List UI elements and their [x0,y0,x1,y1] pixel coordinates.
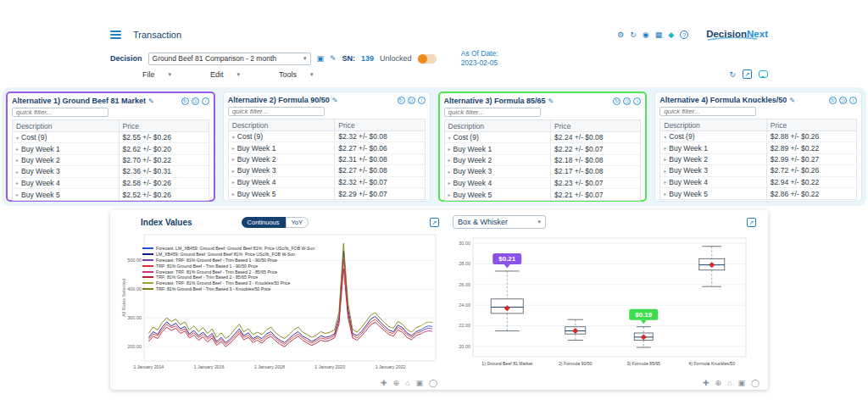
chart-legend[interactable]: Forecast: LM_XB459: Ground Beef: Ground … [142,246,314,291]
column-description[interactable]: Description [445,120,551,131]
menu-edit[interactable]: Edit▾ [210,70,240,79]
info-icon[interactable]: i [849,97,857,104]
table-row[interactable]: ▸Buy Week 4$2.23 +/- $0.07 [445,178,641,189]
chevron-right-icon[interactable]: ▸ [448,180,451,186]
edit-icon[interactable]: ✎ [148,97,154,105]
legend-entry[interactable]: TRF: 81% Ground Beef - Trim Based 3 - Kn… [142,286,314,292]
toggle-continuous[interactable]: Continuous [242,217,286,228]
refresh-icon[interactable]: ↻ [398,97,405,104]
edit-icon[interactable]: ✎ [789,97,795,104]
chevron-right-icon[interactable]: ▸ [16,180,19,186]
chevron-right-icon[interactable]: ▸ [232,156,235,162]
table-row[interactable]: ▾Cost (9)$2.32 +/- $0.08 [229,131,425,142]
chevron-right-icon[interactable]: ▸ [448,169,451,175]
chevron-right-icon[interactable]: ▸ [16,191,19,197]
legend-entry[interactable]: Forecast: TRF: 81% Ground Beef - Trim Ba… [142,269,314,275]
table-row[interactable]: ▸Buy Week 1$2.27 +/- $0.06 [229,142,425,153]
legend-entry[interactable]: Forecast: TRF: 81% Ground Beef - Trim Ba… [142,258,314,264]
column-price[interactable]: Price [119,120,209,131]
chevron-right-icon[interactable]: ▸ [16,157,19,163]
column-description[interactable]: Description [660,119,766,130]
edit-decision-icon[interactable]: ✎ [330,54,337,63]
chevron-down-icon[interactable]: ▾ [16,135,19,141]
legend-entry[interactable]: TRF: 81% Ground Beef - Trim Based 2 - 85… [142,275,314,280]
pan-icon[interactable]: ✚ [703,379,709,387]
table-row[interactable]: ▸Buy Week 3$2.36 +/- $0.31 [13,166,209,177]
chevron-right-icon[interactable]: ▸ [664,179,666,185]
clock-icon[interactable]: ◷ [623,97,631,105]
clock-icon[interactable]: ◷ [192,97,199,105]
table-row[interactable]: ▸Buy Week 3$2.72 +/- $0.26 [660,165,856,176]
info-icon[interactable]: i [633,97,641,105]
edit-icon[interactable]: ✎ [548,97,554,105]
table-row[interactable]: ▸Buy Week 5$2.86 +/- $0.22 [660,188,856,199]
quick-filter-input[interactable] [12,108,108,117]
menu-file[interactable]: File▾ [142,70,171,79]
table-row[interactable]: ▾Cost (9)$2.24 +/- $0.08 [445,132,641,143]
table-row[interactable]: ▸Buy Week 4$2.32 +/- $0.07 [229,177,425,188]
edit-icon[interactable]: ✎ [332,97,338,104]
quick-filter-input[interactable] [659,107,756,116]
table-row[interactable]: ▸Buy Week 1$2.89 +/- $0.22 [660,142,856,153]
legend-entry[interactable]: LM_XB459: Ground Beef: Ground Beef 81%: … [142,252,314,258]
chevron-right-icon[interactable]: ▸ [448,146,451,152]
quick-filter-input[interactable] [444,108,541,117]
refresh-icon[interactable]: ↻ [181,97,189,105]
home-icon[interactable]: ⌂ [405,379,409,387]
chevron-right-icon[interactable]: ▸ [664,156,666,162]
table-row[interactable]: ▸Buy Week 2$2.99 +/- $0.27 [660,154,856,165]
zoom-icon[interactable]: ⊕ [392,379,399,387]
clock-icon[interactable]: ◷ [839,97,847,104]
export-icon[interactable]: ↗ [743,69,752,79]
info-icon[interactable]: i [202,97,209,105]
chevron-down-icon[interactable]: ▾ [448,135,451,141]
home-icon[interactable]: ⌂ [727,379,732,387]
chevron-right-icon[interactable]: ▸ [16,146,19,152]
table-row[interactable]: ▸Buy Week 5$2.21 +/- $0.07 [445,189,641,200]
sync-icon[interactable]: ↻ [729,70,736,79]
reset-icon[interactable]: ◯ [751,379,760,387]
pan-icon[interactable]: ✚ [381,379,387,387]
table-row[interactable]: ▸Buy Week 1$2.62 +/- $0.20 [13,143,209,154]
refresh-icon[interactable]: ↻ [829,97,837,104]
help-icon[interactable]: ? [680,31,688,39]
chevron-right-icon[interactable]: ▸ [232,168,235,174]
chevron-right-icon[interactable]: ▸ [16,169,19,175]
chevron-right-icon[interactable]: ▸ [664,145,666,151]
column-price[interactable]: Price [550,120,640,131]
zoom-icon[interactable]: ⊕ [715,379,721,387]
chevron-down-icon[interactable]: ▾ [232,134,235,140]
chart-type-select[interactable]: Box & Whisker ▾ [453,215,546,229]
hamburger-menu-icon[interactable] [110,31,121,39]
chevron-down-icon[interactable]: ▾ [664,134,666,140]
table-row[interactable]: ▸Buy Week 4$2.94 +/- $0.22 [660,177,856,188]
lock-toggle[interactable] [418,54,437,64]
quick-filter-input[interactable] [228,107,325,116]
export-icon[interactable]: ↗ [430,218,439,227]
table-row[interactable]: ▸Buy Week 2$2.31 +/- $0.08 [229,154,425,165]
gear-icon[interactable]: ⚙ [617,31,624,39]
table-row[interactable]: ▸Buy Week 5$2.29 +/- $0.07 [229,188,425,199]
menu-tools[interactable]: Tools▾ [279,70,314,79]
export-icon[interactable]: ↗ [747,218,756,227]
reset-icon[interactable]: ◯ [429,379,437,387]
table-row[interactable]: ▸Buy Week 1$2.22 +/- $0.07 [445,143,641,154]
box-whisker-chart[interactable]: 20.0022.0024.0026.0028.0030.001) Ground … [448,230,754,382]
chevron-right-icon[interactable]: ▸ [448,191,451,197]
column-description[interactable]: Description [13,120,119,131]
eye-icon[interactable]: ◉ [643,31,649,39]
chevron-right-icon[interactable]: ▸ [448,157,451,163]
save-icon[interactable]: ▣ [737,379,745,387]
table-row[interactable]: ▸Buy Week 2$2.70 +/- $0.22 [13,155,209,166]
chevron-right-icon[interactable]: ▸ [664,191,666,197]
refresh-icon[interactable]: ↻ [630,31,637,39]
column-price[interactable]: Price [766,119,856,130]
chevron-right-icon[interactable]: ▸ [232,145,235,151]
table-row[interactable]: ▸Buy Week 4$2.58 +/- $0.26 [13,178,209,189]
table-row[interactable]: ▾Cost (9)$2.55 +/- $0.26 [13,132,209,143]
chevron-right-icon[interactable]: ▸ [232,191,235,197]
bookmark-icon[interactable]: ▣ [317,54,325,63]
toggle-yoy[interactable]: YoY [286,217,309,228]
refresh-icon[interactable]: ↻ [613,97,620,105]
table-row[interactable]: ▸Buy Week 5$2.52 +/- $0.26 [13,189,209,200]
